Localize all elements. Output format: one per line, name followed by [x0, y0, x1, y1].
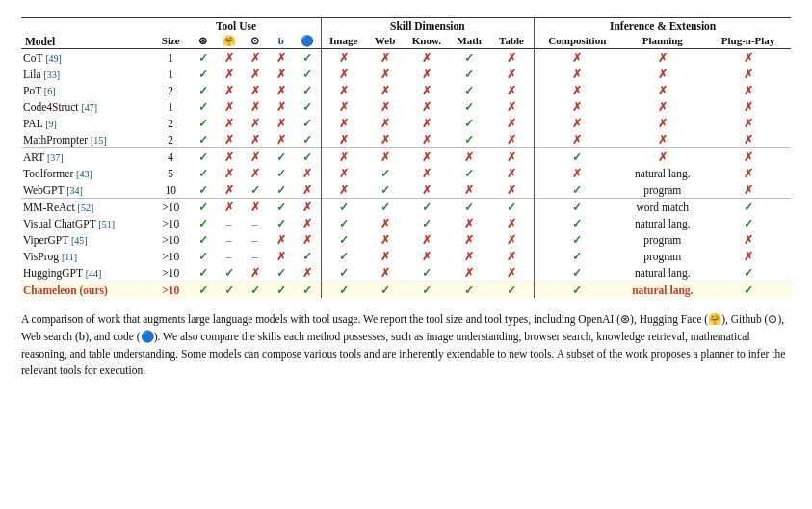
cell-value: ✓	[216, 264, 242, 281]
col-header-web: b	[268, 33, 294, 49]
cell-value: ✗	[242, 115, 268, 131]
cell-value: ✓	[294, 82, 321, 98]
cell-value: ✓	[449, 281, 488, 299]
cell-value: ✓	[535, 281, 620, 299]
cell-value: ✗	[449, 248, 488, 264]
cell-value: ✓	[321, 199, 366, 216]
cell-value: ✓	[190, 281, 216, 299]
table-row: ViperGPT [45]>10✓––✗✗✓✗✗✗✗✓program✗	[21, 231, 791, 248]
cell-value: ✓	[190, 264, 216, 281]
cell-value: ✗	[404, 165, 449, 181]
cell-value: ✗	[705, 148, 791, 166]
cell-value: ✗	[489, 131, 535, 148]
cell-value: ✓	[321, 231, 366, 248]
cell-value: ✗	[366, 98, 404, 115]
cell-value: natural lang.	[619, 264, 705, 281]
cell-value: ✗	[366, 148, 404, 166]
cell-value: ✗	[489, 82, 535, 98]
cell-value: ✓	[705, 264, 791, 281]
cell-value: ✓	[535, 231, 620, 248]
cell-model-name: PAL [9]	[21, 115, 152, 131]
cell-value: ✓	[294, 248, 321, 264]
cell-value: ✗	[268, 66, 294, 82]
cell-value: 2	[152, 115, 190, 131]
col-header-table: Table	[489, 33, 535, 49]
cell-value: ✗	[242, 49, 268, 67]
cell-value: ✓	[449, 66, 488, 82]
cell-value: ✗	[321, 49, 366, 67]
cell-value: ✗	[489, 66, 535, 82]
cell-value: ✗	[705, 181, 791, 199]
cell-value: ✓	[404, 281, 449, 299]
cell-value: ✓	[404, 199, 449, 216]
cell-value: ✓	[268, 215, 294, 231]
cell-value: ✓	[190, 215, 216, 231]
cell-value: ✗	[705, 98, 791, 115]
cell-value: ✓	[535, 248, 620, 264]
cell-value: ✗	[366, 231, 404, 248]
cell-value: ✓	[366, 165, 404, 181]
cell-value: ✗	[321, 148, 366, 166]
col-header-code: 🔵	[294, 33, 321, 49]
col-header-github: ⊙	[242, 33, 268, 49]
table-row: WebGPT [34]10✓✗✓✓✗✗✓✗✗✗✓program✗	[21, 181, 791, 199]
cell-value: 2	[152, 82, 190, 98]
cell-value: ✗	[366, 49, 404, 67]
cell-value: ✓	[489, 199, 535, 216]
cell-value: ✓	[404, 215, 449, 231]
cell-value: ✗	[404, 82, 449, 98]
col-group-skill: Skill Dimension	[321, 18, 535, 34]
cell-model-name: ART [37]	[21, 148, 152, 166]
cell-value: ✗	[216, 98, 242, 115]
cell-value: ✗	[216, 148, 242, 166]
col-group-tool-use: Tool Use	[152, 18, 322, 34]
col-header-hf: 🤗	[216, 33, 242, 49]
cell-value: ✗	[449, 148, 488, 166]
cell-value: ✓	[268, 181, 294, 199]
cell-value: ✗	[366, 115, 404, 131]
cell-value: ✗	[404, 66, 449, 82]
cell-value: ✓	[535, 148, 620, 166]
cell-value: ✗	[404, 231, 449, 248]
cell-value: ✗	[366, 264, 404, 281]
cell-value: ✗	[404, 49, 449, 67]
cell-value: ✗	[535, 131, 620, 148]
cell-value: ✗	[619, 66, 705, 82]
cell-value: ✗	[705, 82, 791, 98]
cell-value: ✗	[268, 231, 294, 248]
cell-value: ✗	[489, 165, 535, 181]
col-header-image: Image	[321, 33, 366, 49]
cell-value: ✗	[242, 148, 268, 166]
table-row: VisProg [11]>10✓––✗✓✓✗✗✗✗✓program✗	[21, 248, 791, 264]
cell-value: ✓	[294, 49, 321, 67]
cell-value: ✗	[321, 82, 366, 98]
cell-value: ✓	[190, 131, 216, 148]
table-row: Chameleon (ours)>10✓✓✓✓✓✓✓✓✓✓✓natural la…	[21, 281, 791, 299]
cell-value: ✗	[489, 248, 535, 264]
cell-value: ✓	[268, 199, 294, 216]
cell-value: ✗	[489, 215, 535, 231]
cell-value: ✗	[489, 98, 535, 115]
cell-value: ✗	[705, 131, 791, 148]
cell-value: ✗	[242, 66, 268, 82]
cell-value: ✓	[705, 281, 791, 299]
cell-value: ✓	[535, 181, 620, 199]
cell-value: ✓	[294, 131, 321, 148]
cell-value: ✗	[404, 148, 449, 166]
cell-value: ✓	[366, 281, 404, 299]
cell-value: 1	[152, 49, 190, 67]
cell-value: program	[619, 231, 705, 248]
cell-model-name: CoT [49]	[21, 49, 152, 67]
cell-value: ✗	[321, 98, 366, 115]
cell-value: ✓	[366, 181, 404, 199]
cell-model-name: WebGPT [34]	[21, 181, 152, 199]
cell-value: ✓	[190, 115, 216, 131]
cell-value: ✓	[190, 49, 216, 67]
cell-value: ✗	[404, 248, 449, 264]
cell-value: ✗	[489, 264, 535, 281]
cell-value: –	[242, 215, 268, 231]
cell-value: ✗	[321, 66, 366, 82]
cell-value: ✓	[449, 165, 488, 181]
table-row: MM-ReAct [52]>10✓✗✗✓✗✓✓✓✓✓✓word match✓	[21, 199, 791, 216]
cell-value: ✗	[321, 115, 366, 131]
